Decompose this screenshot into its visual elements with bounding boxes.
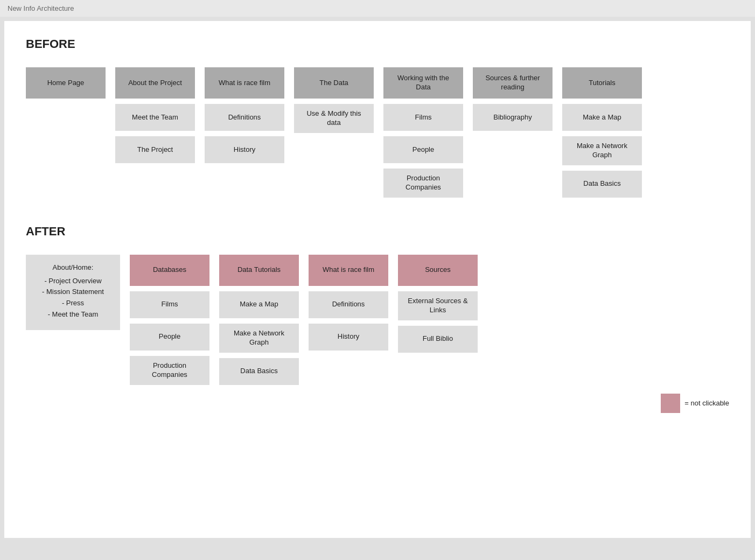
before-col: The DataUse & Modify this data bbox=[294, 67, 374, 133]
after-label: AFTER bbox=[26, 225, 729, 239]
after-card: Make a Network Graph bbox=[219, 324, 299, 353]
before-sub-card: Definitions bbox=[205, 104, 284, 131]
after-cols: DatabasesFilmsPeopleProduction Companies… bbox=[130, 255, 478, 385]
after-card: Data Tutorials bbox=[219, 255, 299, 286]
before-col: Home Page bbox=[26, 67, 106, 99]
before-sub-card: Bibliography bbox=[473, 104, 553, 131]
before-header-card: The Data bbox=[294, 67, 374, 99]
before-sub-card: Use & Modify this data bbox=[294, 104, 374, 133]
after-card: External Sources & Links bbox=[398, 291, 478, 320]
after-card: Definitions bbox=[309, 291, 388, 318]
before-header-card: Sources & further reading bbox=[473, 67, 553, 99]
before-label: BEFORE bbox=[26, 37, 729, 51]
before-col: About the ProjectMeet the TeamThe Projec… bbox=[115, 67, 195, 163]
after-card: History bbox=[309, 324, 388, 351]
before-col: What is race filmDefinitionsHistory bbox=[205, 67, 284, 163]
after-card: Production Companies bbox=[130, 356, 209, 385]
about-item: - Project Overview bbox=[44, 276, 101, 287]
before-col: Working with the DataFilmsPeopleProducti… bbox=[383, 67, 463, 198]
before-header-card: What is race film bbox=[205, 67, 284, 99]
before-sub-card: Production Companies bbox=[383, 169, 463, 198]
about-item: - Meet the Team bbox=[48, 309, 99, 320]
before-sub-card: Meet the Team bbox=[115, 104, 195, 131]
before-header-card: Home Page bbox=[26, 67, 106, 99]
after-card: Sources bbox=[398, 255, 478, 286]
before-sub-card: History bbox=[205, 136, 284, 163]
about-col: About/Home:- Project Overview- Mission S… bbox=[26, 255, 120, 330]
before-sub-card: Make a Network Graph bbox=[562, 136, 642, 165]
before-sub-card: Make a Map bbox=[562, 104, 642, 131]
before-sub-card: Films bbox=[383, 104, 463, 131]
after-col: Data TutorialsMake a MapMake a Network G… bbox=[219, 255, 299, 385]
legend: = not clickable bbox=[26, 394, 729, 413]
after-card: What is race film bbox=[309, 255, 388, 286]
after-card: People bbox=[130, 324, 209, 351]
after-col: What is race filmDefinitionsHistory bbox=[309, 255, 388, 351]
after-card: Databases bbox=[130, 255, 209, 286]
before-grid: Home PageAbout the ProjectMeet the TeamT… bbox=[26, 67, 729, 198]
after-col: SourcesExternal Sources & LinksFull Bibl… bbox=[398, 255, 478, 353]
before-header-card: About the Project bbox=[115, 67, 195, 99]
before-sub-card: Data Basics bbox=[562, 171, 642, 198]
after-col: DatabasesFilmsPeopleProduction Companies bbox=[130, 255, 209, 385]
before-header-card: Tutorials bbox=[562, 67, 642, 99]
title-text: New Info Architecture bbox=[8, 4, 74, 12]
after-card: Films bbox=[130, 291, 209, 318]
before-section: BEFORE Home PageAbout the ProjectMeet th… bbox=[26, 37, 729, 198]
after-section: AFTER About/Home:- Project Overview- Mis… bbox=[26, 225, 729, 413]
about-item: - Press bbox=[62, 298, 84, 309]
before-header-card: Working with the Data bbox=[383, 67, 463, 99]
after-card: Data Basics bbox=[219, 358, 299, 385]
before-col: Sources & further readingBibliography bbox=[473, 67, 553, 131]
title-bar: New Info Architecture bbox=[0, 0, 755, 17]
legend-text: = not clickable bbox=[684, 399, 729, 407]
before-sub-card: People bbox=[383, 136, 463, 163]
before-sub-card: The Project bbox=[115, 136, 195, 163]
about-card: About/Home:- Project Overview- Mission S… bbox=[26, 255, 120, 330]
after-card: Full Biblio bbox=[398, 326, 478, 353]
about-item: - Mission Statement bbox=[42, 286, 104, 298]
before-col: TutorialsMake a MapMake a Network GraphD… bbox=[562, 67, 642, 198]
legend-swatch bbox=[661, 394, 680, 413]
after-card: Make a Map bbox=[219, 291, 299, 318]
after-grid: About/Home:- Project Overview- Mission S… bbox=[26, 255, 729, 385]
main-content: BEFORE Home PageAbout the ProjectMeet th… bbox=[4, 21, 751, 538]
about-title: About/Home: bbox=[53, 262, 94, 274]
